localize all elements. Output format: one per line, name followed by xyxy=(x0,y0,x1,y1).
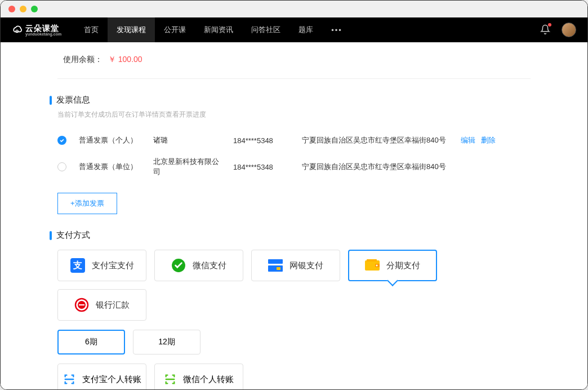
transfer-label: 支付宝个人转账 xyxy=(82,374,141,385)
invoice-name: 诸璐 xyxy=(153,135,221,145)
wechat-icon xyxy=(171,258,186,273)
transfer-options: 支付宝个人转账 微信个人转账 xyxy=(57,364,531,390)
nav-qa[interactable]: 问答社区 xyxy=(242,17,289,42)
pay-label: 银行汇款 xyxy=(96,300,130,311)
installment-6[interactable]: 6期 xyxy=(57,330,125,354)
section-bar-icon xyxy=(50,96,52,105)
svg-rect-4 xyxy=(277,267,280,270)
nav-question-bank[interactable]: 题库 xyxy=(289,17,322,42)
delete-link[interactable]: 删除 xyxy=(481,135,496,145)
pay-installment[interactable]: 分期支付 xyxy=(348,250,437,281)
invoice-address: 宁夏回族自治区吴忠市红寺堡区幸福街840号 xyxy=(302,162,448,172)
main-nav: 首页 发现课程 公开课 新闻资讯 问答社区 题库 ••• xyxy=(75,17,351,42)
logo[interactable]: 云朵课堂 yunduoketang.com xyxy=(12,24,61,36)
balance-value: ￥ 100.00 xyxy=(108,55,142,64)
pay-unionpay[interactable]: 网银支付 xyxy=(251,250,340,281)
invoice-phone: 184****5348 xyxy=(233,136,289,145)
transfer-label: 微信个人转账 xyxy=(183,374,234,385)
logo-subtitle: yunduoketang.com xyxy=(25,32,61,36)
wallet-icon xyxy=(365,258,380,273)
radio-unchecked-icon[interactable] xyxy=(57,162,66,171)
user-avatar[interactable] xyxy=(562,23,576,37)
minimize-dot[interactable] xyxy=(20,6,26,12)
transfer-wechat[interactable]: 微信个人转账 xyxy=(154,364,243,390)
section-bar-icon xyxy=(50,231,52,240)
nav-news[interactable]: 新闻资讯 xyxy=(195,17,242,42)
nav-home[interactable]: 首页 xyxy=(75,17,108,42)
nav-discover[interactable]: 发现课程 xyxy=(108,17,155,42)
transfer-alipay[interactable]: 支付宝个人转账 xyxy=(57,364,146,390)
payment-methods: 支 支付宝支付 微信支付 网银支付 xyxy=(57,250,531,321)
add-invoice-button[interactable]: +添加发票 xyxy=(57,193,117,214)
payment-title-text: 支付方式 xyxy=(56,230,90,241)
installment-options: 6期 12期 xyxy=(57,330,531,354)
notification-dot xyxy=(548,23,551,26)
pay-bank[interactable]: 银行汇款 xyxy=(57,289,146,321)
window-chrome xyxy=(1,1,587,17)
edit-link[interactable]: 编辑 xyxy=(461,135,475,145)
invoice-title-text: 发票信息 xyxy=(56,95,90,105)
app-header: 云朵课堂 yunduoketang.com 首页 发现课程 公开课 新闻资讯 问… xyxy=(1,17,587,42)
invoice-section-title: 发票信息 xyxy=(50,95,531,105)
invoice-type: 普通发票（单位） xyxy=(79,162,141,172)
scan-icon xyxy=(164,373,176,385)
page-content: 使用余额： ￥ 100.00 发票信息 当前订单支付成功后可在订单详情页查看开票… xyxy=(1,42,587,390)
svg-rect-3 xyxy=(268,265,283,272)
pay-alipay[interactable]: 支 支付宝支付 xyxy=(57,250,146,281)
alipay-icon: 支 xyxy=(70,258,85,273)
invoice-type: 普通发票（个人） xyxy=(79,135,141,145)
notification-bell-icon[interactable] xyxy=(540,24,550,36)
pay-label: 网银支付 xyxy=(289,260,323,271)
nav-more-icon[interactable]: ••• xyxy=(322,17,351,42)
invoice-phone: 184****5348 xyxy=(233,163,289,171)
pay-label: 支付宝支付 xyxy=(92,260,134,271)
unionpay-icon xyxy=(268,258,283,273)
radio-checked-icon[interactable] xyxy=(57,136,66,145)
invoice-address: 宁夏回族自治区吴忠市红寺堡区幸福街840号 xyxy=(302,135,448,145)
pay-label: 分期支付 xyxy=(386,260,420,271)
svg-rect-2 xyxy=(268,259,283,264)
maximize-dot[interactable] xyxy=(31,6,38,12)
invoice-row-company[interactable]: 普通发票（单位） 北京昱新科技有限公司 184****5348 宁夏回族自治区吴… xyxy=(57,151,531,183)
installment-12[interactable]: 12期 xyxy=(133,330,201,354)
close-dot[interactable] xyxy=(8,6,15,12)
cloud-icon xyxy=(12,24,23,36)
invoice-row-personal[interactable]: 普通发票（个人） 诸璐 184****5348 宁夏回族自治区吴忠市红寺堡区幸福… xyxy=(57,130,531,151)
pay-label: 微信支付 xyxy=(193,260,226,271)
logo-text: 云朵课堂 xyxy=(25,24,61,32)
bank-icon xyxy=(74,298,89,312)
svg-point-7 xyxy=(376,265,378,267)
invoice-name: 北京昱新科技有限公司 xyxy=(153,157,221,177)
nav-open-class[interactable]: 公开课 xyxy=(155,17,195,42)
invoice-subtitle: 当前订单支付成功后可在订单详情页查看开票进度 xyxy=(57,110,531,119)
scan-icon xyxy=(63,373,75,385)
pay-wechat[interactable]: 微信支付 xyxy=(154,250,243,281)
balance-row: 使用余额： ￥ 100.00 xyxy=(57,42,531,79)
balance-label: 使用余额： xyxy=(63,55,103,64)
svg-rect-8 xyxy=(367,259,377,262)
payment-section-title: 支付方式 xyxy=(50,230,531,241)
